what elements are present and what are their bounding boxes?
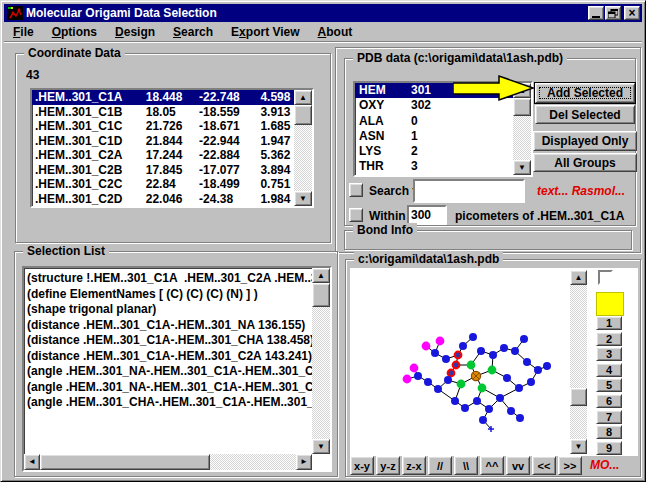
- within-input[interactable]: [409, 207, 445, 223]
- rotate-ccw-button[interactable]: \\: [454, 456, 478, 475]
- menu-item-file[interactable]: File: [4, 23, 43, 41]
- list-item[interactable]: (distance .HEM..301_C1A-.HEM..301_CHA 13…: [27, 333, 312, 349]
- menu-item-export-view[interactable]: Export View: [222, 23, 309, 41]
- scroll-down-icon[interactable]: ▼: [513, 160, 531, 175]
- atom-name: .HEM..301_C2C: [32, 177, 146, 192]
- minimize-button[interactable]: [588, 6, 604, 20]
- coordinate-scrollbar[interactable]: ▲ ▼: [294, 90, 312, 206]
- coord-value: 4.598: [260, 90, 294, 105]
- group-number: 0: [411, 114, 471, 129]
- scroll-thumb[interactable]: [312, 283, 330, 307]
- list-item[interactable]: LYS2: [355, 144, 513, 159]
- coordinate-listbox[interactable]: .HEM..301_C1A18.448-22.7484.598.HEM..301…: [30, 88, 314, 208]
- del-selected-button[interactable]: Del Selected: [535, 105, 635, 124]
- table-row[interactable]: .HEM..301_C2B17.845-17.0773.894: [32, 163, 294, 178]
- digit-button-3[interactable]: 3: [596, 347, 622, 361]
- title-bar[interactable]: Molecular Origami Data Selection ×: [4, 4, 642, 22]
- menu-item-options[interactable]: Options: [43, 23, 106, 41]
- menu-item-about[interactable]: About: [309, 23, 362, 41]
- group-name: THR: [355, 159, 411, 174]
- digit-button-8[interactable]: 8: [596, 425, 622, 439]
- coord-value: 1.984: [260, 192, 294, 207]
- table-row[interactable]: .HEM..301_C1D21.844-22.9441.947: [32, 134, 294, 149]
- add-selected-button[interactable]: Add Selected: [535, 83, 635, 103]
- viewer-checkbox[interactable]: [598, 270, 613, 285]
- search-hint: text... Rasmol...: [537, 184, 625, 198]
- view-yz-button[interactable]: y-z: [376, 456, 400, 475]
- list-item[interactable]: (angle .HEM..301_NA-.HEM..301_C1A-.HEM..…: [27, 364, 312, 380]
- view-zx-button[interactable]: z-x: [402, 456, 426, 475]
- coord-value: 22.046: [146, 192, 199, 207]
- coord-value: 0.751: [260, 177, 294, 192]
- list-item[interactable]: ALA0: [355, 114, 513, 129]
- atom-name: .HEM..301_C1D: [32, 134, 146, 149]
- scroll-thumb[interactable]: [570, 388, 587, 406]
- step-back-button[interactable]: <<: [532, 456, 556, 475]
- atom-o: [410, 364, 419, 373]
- table-row[interactable]: .HEM..301_C2A17.244-22.8845.362: [32, 148, 294, 163]
- list-item[interactable]: (structure !.HEM..301_C1A .HEM..301_C2A …: [27, 271, 312, 287]
- viewer-scrollbar[interactable]: ▲ ▼: [570, 270, 587, 454]
- table-row[interactable]: .HEM..301_C1C21.726-18.6711.685: [32, 119, 294, 134]
- menu-item-search[interactable]: Search: [164, 23, 222, 41]
- search-toggle[interactable]: [349, 183, 363, 197]
- scroll-thumb[interactable]: [294, 105, 312, 125]
- scroll-thumb[interactable]: [40, 454, 210, 470]
- atom-c: [414, 372, 422, 380]
- digit-button-4[interactable]: 4: [596, 363, 622, 377]
- scroll-up-icon[interactable]: ▲: [312, 268, 330, 283]
- selection-hscrollbar[interactable]: ◄ ►: [24, 454, 312, 470]
- table-row[interactable]: .HEM..301_C1B18.05-18.5593.913: [32, 105, 294, 120]
- digit-button-5[interactable]: 5: [596, 378, 622, 392]
- list-item[interactable]: (angle .HEM..301_CHA-.HEM..301_C1A-.HEM.…: [27, 395, 312, 411]
- atom-c: [523, 358, 531, 366]
- restore-button[interactable]: [605, 6, 621, 20]
- menu-item-design[interactable]: Design: [106, 23, 164, 41]
- coordinate-count: 43: [26, 68, 39, 82]
- digit-button-7[interactable]: 7: [596, 410, 622, 424]
- atom-c: [485, 405, 493, 413]
- list-item[interactable]: ASN1: [355, 129, 513, 144]
- tilt-up-button[interactable]: ^^: [480, 456, 504, 475]
- scroll-left-icon[interactable]: ◄: [24, 454, 40, 470]
- scroll-down-icon[interactable]: ▼: [312, 439, 330, 454]
- list-item[interactable]: (define ElementNames [ (C) (C) (C) (N) ]…: [27, 287, 312, 303]
- list-item[interactable]: (shape trigonal planar): [27, 302, 312, 318]
- view-xy-button[interactable]: x-y: [350, 456, 374, 475]
- close-button[interactable]: ×: [624, 6, 640, 20]
- rotate-cw-button[interactable]: //: [428, 456, 452, 475]
- step-forward-button[interactable]: >>: [558, 456, 582, 475]
- digit-button-1[interactable]: 1: [596, 316, 622, 330]
- scroll-down-icon[interactable]: ▼: [570, 439, 587, 454]
- table-row[interactable]: .HEM..301_C2C22.84-18.4990.751: [32, 177, 294, 192]
- list-item[interactable]: THR3: [355, 159, 513, 174]
- scroll-right-icon[interactable]: ►: [296, 454, 312, 470]
- scroll-up-icon[interactable]: ▲: [294, 90, 312, 105]
- list-item[interactable]: (distance .HEM..301_C1A-.HEM..301_C2A 14…: [27, 349, 312, 365]
- scroll-down-icon[interactable]: ▼: [294, 191, 312, 206]
- molecule-canvas[interactable]: [352, 268, 566, 456]
- coord-value: 17.845: [146, 163, 199, 178]
- digit-button-6[interactable]: 6: [596, 394, 622, 408]
- color-swatch[interactable]: [596, 292, 624, 316]
- selection-vscrollbar[interactable]: ▲ ▼: [312, 268, 330, 454]
- coord-value: 3.913: [260, 105, 294, 120]
- group-number: 3: [411, 159, 471, 174]
- search-input[interactable]: [415, 181, 523, 201]
- all-groups-button[interactable]: All Groups: [533, 153, 637, 172]
- digit-button-9[interactable]: 9: [596, 441, 622, 455]
- coord-value: -22.884: [199, 148, 260, 163]
- list-item[interactable]: (angle .HEM..301_NA-.HEM..301_C1A-.HEM..…: [27, 380, 312, 396]
- atom-c: [451, 397, 459, 405]
- coord-value: -18.559: [199, 105, 260, 120]
- table-row[interactable]: .HEM..301_C2D22.046-24.381.984: [32, 192, 294, 207]
- digit-button-2[interactable]: 2: [596, 332, 622, 346]
- selection-listbox[interactable]: (structure !.HEM..301_C1A .HEM..301_C2A …: [22, 266, 332, 472]
- table-row[interactable]: .HEM..301_C1A18.448-22.7484.598: [32, 90, 294, 105]
- tilt-down-button[interactable]: vv: [506, 456, 530, 475]
- viewer-label: c:\origami\data\1ash.pdb: [354, 252, 503, 266]
- within-toggle[interactable]: [349, 208, 363, 222]
- list-item[interactable]: (distance .HEM..301_C1A-.HEM..301_NA 136…: [27, 318, 312, 334]
- displayed-only-button[interactable]: Displayed Only: [533, 131, 637, 151]
- scroll-up-icon[interactable]: ▲: [570, 270, 587, 285]
